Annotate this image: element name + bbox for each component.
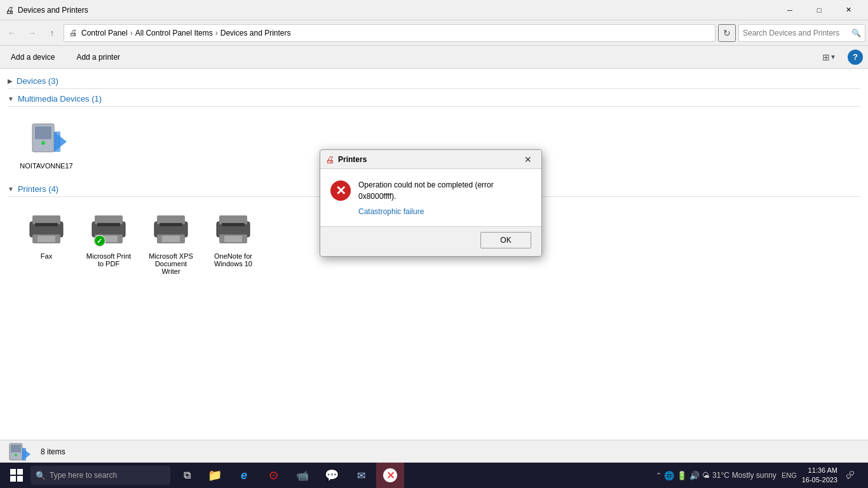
window-title: Devices and Printers — [18, 6, 775, 15]
printer-xps[interactable]: Microsoft XPSDocument Writer — [142, 205, 200, 280]
devices-section-title: Devices (3) — [17, 76, 58, 86]
taskbar-app-zoom[interactable]: 📹 — [288, 463, 316, 488]
svg-rect-22 — [162, 236, 180, 242]
svg-point-2 — [41, 141, 45, 145]
device-noitavonne17[interactable]: NOITAVONNE17 — [18, 114, 75, 174]
error-dialog: 🖨 Printers ✕ ✕ Operation could not be co… — [320, 149, 542, 257]
svg-rect-29 — [11, 445, 21, 452]
taskbar-apps: 📁 e ⊙ 📹 💬 ✉ ✕ — [201, 463, 404, 488]
svg-rect-13 — [97, 223, 120, 226]
breadcrumb-control-panel[interactable]: Control Panel — [81, 29, 128, 37]
multimedia-section-header[interactable]: ▼ Multimedia Devices (1) — [8, 92, 860, 107]
taskbar-search[interactable]: 🔍 Type here to search — [31, 466, 170, 485]
printers-arrow-icon: ▼ — [8, 186, 14, 193]
window-controls: ─ □ ✕ — [775, 0, 863, 20]
maximize-button[interactable]: □ — [804, 0, 834, 20]
dialog-title-icon: 🖨 — [325, 154, 334, 165]
notification-icon: 🗪 — [846, 470, 855, 480]
window-icon: 🖨 — [5, 5, 14, 15]
svg-text:✓: ✓ — [97, 237, 102, 245]
taskbar-search-text: Type here to search — [50, 471, 117, 480]
title-bar: 🖨 Devices and Printers ─ □ ✕ — [0, 0, 868, 20]
dialog-close-button[interactable]: ✕ — [520, 152, 536, 166]
search-input[interactable] — [743, 29, 851, 37]
svg-point-30 — [15, 454, 17, 456]
taskbar-app-security[interactable]: ✕ — [376, 463, 404, 488]
file-explorer-icon: 📁 — [208, 468, 222, 482]
address-bar: ← → ↑ 🖨 Control Panel › All Control Pane… — [0, 20, 868, 46]
dialog-link-text[interactable]: Catastrophic failure — [358, 207, 424, 216]
view-options-button[interactable]: ⊞ ▼ — [821, 49, 837, 65]
breadcrumb-devices[interactable]: Devices and Printers — [220, 29, 291, 37]
xps-printer-icon — [151, 209, 191, 250]
computer-icon — [26, 119, 67, 159]
notification-button[interactable]: 🗪 — [840, 463, 860, 488]
up-button[interactable]: ↑ — [43, 24, 61, 42]
clock[interactable]: 11:36 AM 16-05-2023 — [802, 466, 837, 485]
svg-rect-4 — [54, 132, 60, 152]
breadcrumb-all-items[interactable]: All Control Panel Items — [135, 29, 213, 37]
svg-rect-9 — [37, 236, 55, 242]
tray-overflow-button[interactable]: ⌃ — [656, 471, 661, 480]
taskbar: 🔍 Type here to search ⧉ 📁 e ⊙ 📹 💬 ✉ ✕ — [0, 463, 868, 488]
taskbar-app-mail[interactable]: ✉ — [347, 463, 375, 488]
svg-rect-19 — [157, 215, 185, 224]
task-view-icon: ⧉ — [184, 470, 191, 481]
dialog-message: Operation could not be completed (error … — [358, 179, 531, 216]
search-box[interactable]: 🔍 — [738, 24, 865, 42]
address-path: 🖨 Control Panel › All Control Panel Item… — [64, 24, 715, 42]
svg-rect-34 — [17, 469, 23, 475]
back-button[interactable]: ← — [3, 24, 20, 42]
dialog-titlebar: 🖨 Printers ✕ — [320, 150, 541, 169]
svg-rect-27 — [224, 236, 242, 242]
dialog-error-icon: ✕ — [330, 180, 351, 201]
xps-printer-label: Microsoft XPSDocument Writer — [147, 252, 195, 275]
printer-pdf[interactable]: ✓ Microsoft Printto PDF — [80, 205, 137, 280]
onenote-printer-icon — [213, 209, 254, 250]
svg-rect-1 — [35, 126, 51, 139]
minimize-button[interactable]: ─ — [775, 0, 804, 20]
printers-section-title: Printers (4) — [18, 184, 58, 194]
svg-rect-33 — [10, 469, 16, 475]
forward-button[interactable]: → — [23, 24, 41, 42]
weather-widget[interactable]: 🌤 31°C Mostly sunny — [702, 471, 776, 480]
start-button[interactable] — [3, 463, 31, 488]
refresh-button[interactable]: ↻ — [718, 24, 736, 42]
svg-rect-11 — [95, 215, 123, 224]
taskbar-task-view[interactable]: ⧉ — [173, 463, 201, 488]
help-button[interactable]: ? — [848, 50, 863, 65]
taskbar-app-opera[interactable]: ⊙ — [259, 463, 287, 488]
language-indicator: ENG — [782, 471, 797, 479]
taskbar-app-edge[interactable]: e — [230, 463, 258, 488]
dialog-title: Printers — [338, 155, 520, 164]
add-printer-button[interactable]: Add a printer — [71, 50, 126, 65]
svg-rect-21 — [159, 223, 182, 226]
devices-section-header[interactable]: ▶ Devices (3) — [8, 74, 860, 89]
network-icon: 🌐 — [664, 471, 674, 480]
opera-icon: ⊙ — [269, 468, 278, 482]
zoom-icon: 📹 — [296, 470, 309, 482]
printer-onenote[interactable]: OneNote forWindows 10 — [205, 205, 262, 280]
svg-rect-24 — [219, 215, 247, 224]
printer-fax[interactable]: Fax — [18, 205, 75, 280]
toolbar: Add a device Add a printer ⊞ ▼ ? — [0, 46, 868, 69]
date-display: 16-05-2023 — [802, 475, 837, 485]
taskbar-app-skype[interactable]: 💬 — [318, 463, 346, 488]
dialog-body: ✕ Operation could not be completed (erro… — [320, 169, 541, 226]
battery-icon: 🔋 — [677, 471, 687, 480]
path-icon: 🖨 — [69, 28, 78, 37]
svg-rect-32 — [22, 448, 26, 461]
print-to-pdf-label: Microsoft Printto PDF — [86, 252, 131, 268]
fax-icon — [26, 209, 67, 250]
close-button[interactable]: ✕ — [834, 0, 863, 20]
dialog-ok-button[interactable]: OK — [480, 232, 531, 248]
devices-arrow-icon: ▶ — [8, 78, 13, 85]
item-count-label: 8 items — [41, 447, 65, 456]
add-device-button[interactable]: Add a device — [5, 50, 60, 65]
fax-label: Fax — [41, 252, 52, 260]
status-bar-icon — [8, 440, 31, 463]
onenote-printer-label: OneNote forWindows 10 — [214, 252, 252, 268]
weather-condition: Mostly sunny — [732, 471, 776, 480]
taskbar-app-file-explorer[interactable]: 📁 — [201, 463, 229, 488]
security-icon: ✕ — [383, 468, 397, 482]
